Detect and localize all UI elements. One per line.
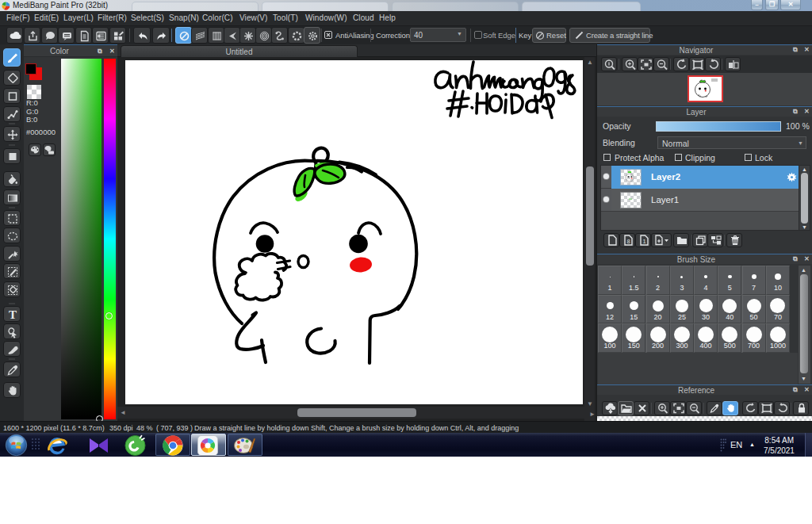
svg-text:1: 1 <box>642 238 645 245</box>
svg-text:8: 8 <box>626 238 630 245</box>
svg-text:T: T <box>9 308 17 321</box>
